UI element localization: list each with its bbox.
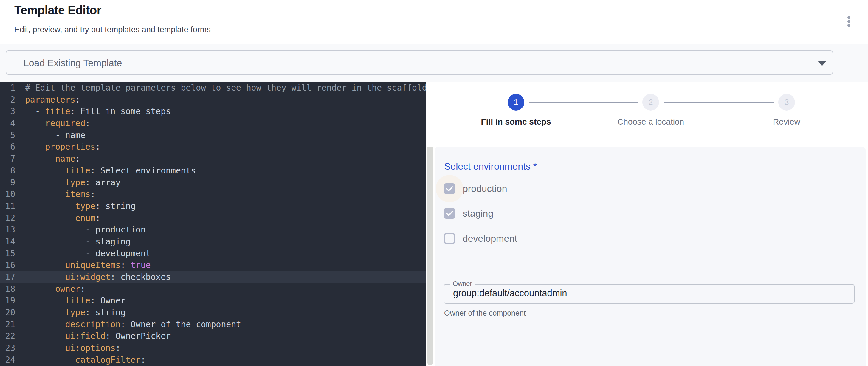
page-header: Template Editor Edit, preview, and try o… — [0, 0, 868, 44]
code-token: type — [65, 308, 85, 317]
checkbox-option-development[interactable]: development — [444, 232, 517, 245]
code-text: title: Select environments — [15, 165, 196, 177]
line-number: 18 — [0, 283, 15, 295]
line-number: 16 — [0, 259, 15, 271]
code-token — [25, 319, 65, 329]
code-text: items: — [15, 188, 95, 200]
line-number: 4 — [0, 117, 15, 129]
kebab-menu-icon[interactable] — [843, 13, 855, 30]
code-text: type: array — [15, 177, 120, 189]
line-number: 21 — [0, 318, 15, 331]
code-token: : — [75, 154, 81, 164]
code-text: title: Owner — [15, 295, 125, 307]
line-number: 1 — [0, 82, 15, 94]
line-number: 23 — [0, 342, 15, 354]
code-token: : — [141, 355, 146, 365]
checkbox-option-production[interactable]: production — [444, 182, 507, 195]
code-text: required: — [15, 117, 90, 129]
code-token: : array — [85, 178, 120, 187]
code-token — [25, 260, 65, 270]
code-text: properties: — [15, 141, 100, 153]
code-line: 6 properties: — [0, 141, 426, 153]
code-line: 23 ui:options: — [0, 342, 426, 354]
form-card: Select environments * productionstagingd… — [435, 147, 866, 366]
step-label-1: Fill in some steps — [481, 117, 551, 127]
step-circle-2: 2 — [642, 94, 659, 111]
checkbox-checked-icon[interactable] — [444, 183, 455, 194]
code-token — [25, 118, 45, 128]
line-number: 15 — [0, 248, 15, 260]
page-subtitle: Edit, preview, and try out templates and… — [14, 25, 211, 34]
code-line: 19 title: Owner — [0, 295, 426, 307]
code-line: 4 required: — [0, 117, 426, 129]
code-line: 9 type: array — [0, 177, 426, 189]
code-token: : — [95, 213, 100, 223]
code-token — [25, 331, 65, 341]
code-token: name — [55, 154, 75, 164]
code-token: type — [75, 201, 95, 211]
code-token — [25, 343, 65, 353]
environments-field-label: Select environments * — [444, 161, 537, 172]
code-token: uniqueItems — [65, 260, 120, 270]
code-token: : — [75, 95, 81, 104]
code-line: 22 ui:field: OwnerPicker — [0, 330, 426, 342]
checkbox-checked-icon[interactable] — [444, 208, 455, 219]
code-text: - name — [15, 129, 85, 141]
code-token: : Select environments — [90, 166, 196, 176]
code-token: enum — [75, 213, 95, 223]
checkbox-label: development — [463, 233, 517, 244]
code-token — [25, 166, 65, 176]
code-token: : string — [85, 308, 125, 317]
code-token: : — [95, 142, 100, 152]
checkbox-unchecked-icon[interactable] — [444, 233, 455, 244]
code-token: title — [65, 166, 90, 176]
code-text: name: — [15, 153, 80, 165]
line-number: 20 — [0, 307, 15, 318]
code-token: required — [45, 118, 85, 128]
code-text: catalogFilter: — [15, 354, 146, 366]
line-number: 10 — [0, 188, 15, 200]
line-number: 2 — [0, 94, 15, 106]
line-number: 22 — [0, 330, 15, 342]
code-token: title — [45, 106, 70, 116]
step-label-3: Review — [773, 117, 800, 127]
code-token: - — [25, 106, 45, 116]
checkbox-option-staging[interactable]: staging — [444, 207, 493, 220]
line-number: 6 — [0, 141, 15, 153]
code-text: - staging — [15, 236, 130, 248]
code-line: 18 owner: — [0, 283, 426, 295]
line-number: 5 — [0, 129, 15, 141]
code-line: 1# Edit the template parameters below to… — [0, 82, 426, 94]
line-number: 3 — [0, 105, 15, 117]
code-text: type: string — [15, 200, 135, 212]
code-text: enum: — [15, 212, 100, 224]
code-line: 12 enum: — [0, 212, 426, 224]
code-token — [25, 308, 65, 317]
code-line: 3 - title: Fill in some steps — [0, 105, 426, 117]
code-line: 14 - staging — [0, 236, 426, 248]
code-token: type — [65, 178, 85, 187]
line-number: 8 — [0, 165, 15, 177]
line-number: 9 — [0, 177, 15, 189]
code-token — [25, 213, 75, 223]
step-label-2: Choose a location — [617, 117, 684, 127]
code-text: ui:widget: checkboxes — [15, 271, 171, 283]
code-token: owner — [55, 284, 80, 294]
code-token — [25, 284, 55, 294]
code-line: 20 type: string — [0, 307, 426, 318]
step-circle-3: 3 — [778, 94, 795, 111]
code-token: # Edit the template parameters below to … — [25, 83, 426, 93]
code-token: - name — [25, 130, 85, 140]
caret-down-icon — [817, 61, 827, 66]
load-existing-template-select[interactable]: Load Existing Template — [6, 50, 833, 74]
code-text: - title: Fill in some steps — [15, 105, 171, 117]
code-text: owner: — [15, 283, 85, 295]
code-token: - production — [25, 225, 146, 235]
line-number: 12 — [0, 212, 15, 224]
code-line: 17 ui:widget: checkboxes — [0, 271, 426, 283]
code-token: : — [85, 118, 90, 128]
yaml-code-editor[interactable]: 1# Edit the template parameters below to… — [0, 82, 426, 366]
code-token: : — [80, 284, 85, 294]
code-text: uniqueItems: true — [15, 259, 151, 271]
code-token: - staging — [25, 237, 130, 246]
